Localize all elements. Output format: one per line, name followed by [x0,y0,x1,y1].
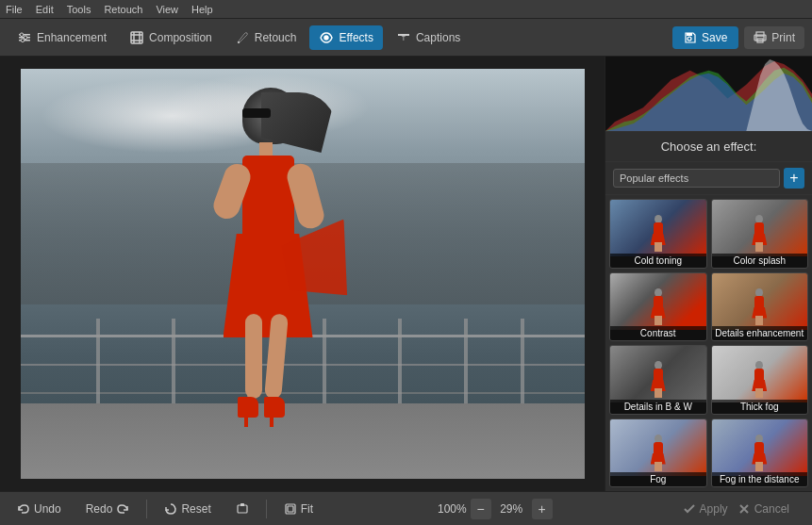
effect-label-thick-fog: Thick fog [712,400,808,414]
effect-item-thick-fog[interactable]: Thick fog [711,345,809,415]
cancel-icon [737,502,751,516]
effect-label-fog-distance: Fog in the distance [712,472,808,486]
history-button[interactable] [228,500,257,518]
toolbar-right: Save Print [672,26,804,49]
effects-icon [319,30,334,45]
menu-view[interactable]: View [156,4,178,15]
checkmark-icon [683,502,696,516]
main-area: Choose an effect: Popular effects All ef… [0,57,812,491]
captions-icon: T [396,30,411,45]
effect-item-fog[interactable]: Fog [609,418,707,488]
apply-cancel-area: Apply Cancel [670,502,803,516]
histogram-chart [605,57,812,131]
zoom-in-button[interactable]: + [532,499,553,519]
effect-label-details-enhancement: Details enhancement [712,326,808,340]
fit-label: Fit [301,502,313,516]
separator-1 [146,500,147,518]
svg-point-5 [21,38,25,41]
effects-dropdown[interactable]: Popular effects All effects Color effect… [613,169,780,188]
effect-thumb-thick-fog [712,346,808,402]
zoom-in-icon: + [539,501,546,517]
undo-label: Undo [34,502,61,516]
tool-effects[interactable]: Effects [309,25,382,50]
captions-label: Captions [416,31,460,44]
effect-item-contrast[interactable]: Contrast [609,272,707,342]
apply-label: Apply [700,502,728,516]
status-bar: Undo Redo Reset Fit 100% − 29 [0,491,812,525]
tool-composition[interactable]: Composition [120,25,222,50]
svg-rect-14 [687,33,692,36]
menu-bar: File Edit Tools Retouch View Help [0,0,812,19]
reset-icon [164,502,177,516]
save-label: Save [702,31,727,44]
fit-button[interactable]: Fit [276,500,321,518]
menu-tools[interactable]: Tools [67,4,91,15]
effects-panel: Choose an effect: Popular effects All ef… [605,132,812,491]
effects-label: Effects [339,31,373,44]
effect-thumb-contrast [610,273,706,330]
redo-icon [116,502,129,516]
redo-button[interactable]: Redo [78,500,138,518]
effect-item-color-splash[interactable]: Color splash [711,199,809,269]
apply-button[interactable]: Apply [683,502,728,516]
enhancement-label: Enhancement [37,31,107,44]
effects-grid: Cold toningColor splashContrastDetails e… [605,195,812,491]
svg-text:T: T [402,35,406,41]
tool-enhancement[interactable]: Enhancement [8,25,116,50]
history-icon [236,502,249,516]
menu-retouch[interactable]: Retouch [104,4,142,15]
effect-item-details-enhancement[interactable]: Details enhancement [711,272,809,342]
effect-label-color-splash: Color splash [712,254,808,268]
effect-label-fog: Fog [610,472,706,486]
svg-rect-22 [288,506,293,512]
zoom-percent: 29% [495,502,528,516]
tool-retouch[interactable]: Retouch [225,25,307,50]
effect-item-cold-toning[interactable]: Cold toning [609,199,707,269]
effect-thumb-details-enhancement [712,273,808,330]
menu-edit[interactable]: Edit [36,4,54,15]
reset-button[interactable]: Reset [157,500,218,518]
save-icon [684,31,697,44]
zoom-out-button[interactable]: − [471,499,491,519]
save-button[interactable]: Save [672,26,738,49]
svg-point-12 [324,36,328,40]
svg-rect-19 [238,505,247,513]
histogram [605,57,812,132]
retouch-icon [235,30,250,45]
toolbar: Enhancement Composition Retouch Effects … [0,19,812,57]
effects-filter-row: Popular effects All effects Color effect… [605,162,812,195]
fit-icon [284,502,297,516]
undo-button[interactable]: Undo [9,500,69,518]
print-label: Print [771,31,795,44]
add-effect-button[interactable]: + [784,168,804,189]
photo-canvas [21,69,585,479]
effect-label-contrast: Contrast [610,326,706,340]
reset-label: Reset [181,502,210,516]
menu-help[interactable]: Help [191,4,213,15]
effect-label-details-bw: Details in B & W [610,400,706,414]
effect-thumb-details-bw [610,346,706,402]
separator-2 [266,500,267,518]
svg-rect-6 [131,32,142,43]
right-panel: Choose an effect: Popular effects All ef… [605,57,812,491]
zoom-value: 100% [438,502,467,516]
print-button[interactable]: Print [744,26,804,49]
menu-file[interactable]: File [6,4,23,15]
composition-icon [129,30,144,45]
effects-title: Choose an effect: [605,132,812,162]
cancel-button[interactable]: Cancel [737,502,789,516]
effect-item-details-bw[interactable]: Details in B & W [609,345,707,415]
svg-point-4 [24,35,27,39]
figure [191,88,360,427]
canvas-area[interactable] [0,57,605,491]
svg-point-3 [20,32,24,36]
effect-label-cold-toning: Cold toning [610,254,706,268]
tool-captions[interactable]: T Captions [387,25,470,50]
effect-item-fog-distance[interactable]: Fog in the distance [711,418,809,488]
effect-thumb-fog-distance [712,419,808,476]
effect-thumb-color-splash [712,200,808,256]
effect-thumb-cold-toning [610,200,706,256]
redo-label: Redo [86,502,113,516]
enhancement-icon [17,30,32,45]
svg-rect-20 [240,503,244,506]
